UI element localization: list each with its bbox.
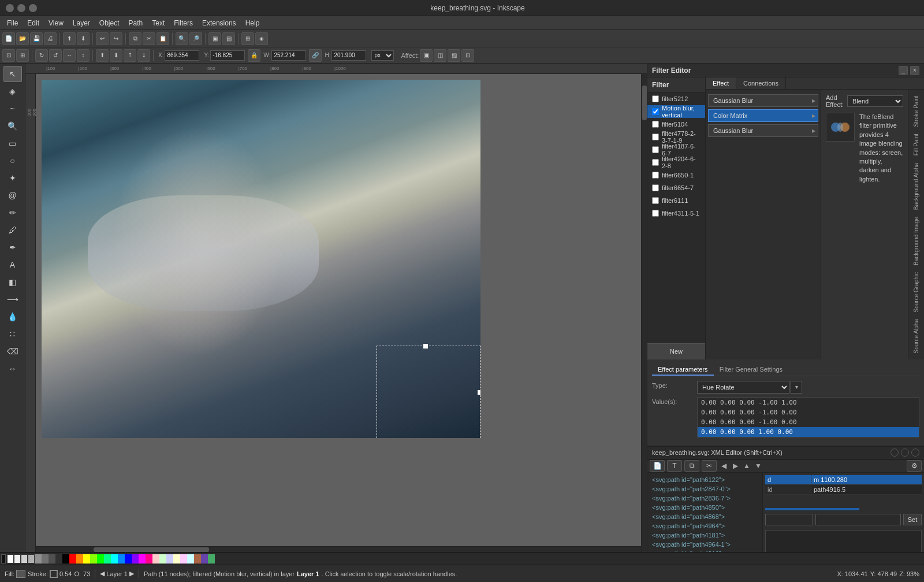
menu-filters[interactable]: Filters bbox=[169, 18, 198, 28]
color-lime[interactable] bbox=[90, 554, 97, 564]
x-input[interactable] bbox=[165, 50, 199, 61]
color-brown[interactable] bbox=[194, 554, 201, 564]
affect-btn1[interactable]: ▣ bbox=[420, 49, 433, 62]
rect-tool[interactable]: ▭ bbox=[3, 135, 22, 151]
color-white[interactable] bbox=[7, 554, 14, 564]
affect-btn4[interactable]: ⊡ bbox=[461, 49, 474, 62]
eraser-tool[interactable]: ⌫ bbox=[3, 343, 22, 359]
attr-table[interactable]: d m 1100.280 id path4916.5 bbox=[765, 475, 922, 507]
color-green[interactable] bbox=[97, 554, 104, 564]
ep-tab-general[interactable]: Filter General Settings bbox=[714, 364, 788, 376]
menu-view[interactable]: View bbox=[44, 18, 68, 28]
xml-duplicate-btn[interactable]: ⧉ bbox=[684, 460, 699, 472]
color-lightgreen[interactable] bbox=[159, 554, 166, 564]
values-row-3[interactable]: 0.00 0.00 0.00 1.00 0.00 bbox=[698, 427, 919, 437]
xml-settings-btn[interactable]: ⚙ bbox=[907, 460, 922, 472]
color-lightmagenta[interactable] bbox=[180, 554, 187, 564]
filter-item-6111[interactable]: filter6111 bbox=[647, 194, 705, 207]
stroke-swatch[interactable] bbox=[50, 570, 58, 578]
menu-help[interactable]: Help bbox=[241, 18, 264, 28]
filter-item-4311[interactable]: filter4311-5-1 bbox=[647, 207, 705, 220]
xml-editor-btn3[interactable] bbox=[911, 448, 919, 457]
attr-value-input[interactable] bbox=[815, 514, 901, 525]
ungroup-btn[interactable]: ▤ bbox=[222, 32, 235, 45]
flip-v-btn[interactable]: ↕ bbox=[77, 49, 90, 62]
filter-checkbox-motion-blur[interactable] bbox=[652, 108, 659, 115]
attr-row-d[interactable]: d m 1100.280 bbox=[765, 475, 922, 485]
vtab-stroke-paint[interactable]: Stroke Paint bbox=[911, 92, 922, 130]
open-btn[interactable]: 📂 bbox=[16, 32, 29, 45]
zoom-tool[interactable]: 🔍 bbox=[3, 118, 22, 134]
vtab-fill-paint[interactable]: Fill Paint bbox=[911, 130, 922, 159]
layer-indicator[interactable]: ◀ Layer 1 ▶ bbox=[100, 570, 134, 577]
gradient-tool[interactable]: ◧ bbox=[3, 274, 22, 290]
color-lightgray[interactable] bbox=[14, 554, 21, 564]
menu-text[interactable]: Text bbox=[147, 18, 169, 28]
cut-btn[interactable]: ✂ bbox=[143, 32, 155, 45]
xml-nav-prev[interactable]: ◀ bbox=[719, 460, 728, 472]
save-btn[interactable]: 💾 bbox=[30, 32, 43, 45]
align-btn[interactable]: ⊞ bbox=[241, 32, 254, 45]
ep-tab-params[interactable]: Effect parameters bbox=[652, 364, 714, 376]
values-grid[interactable]: 0.00 0.00 0.00 -1.00 1.00 0.00 0.00 0.00… bbox=[697, 397, 919, 438]
color-magenta[interactable] bbox=[139, 554, 146, 564]
tab-connections[interactable]: Connections bbox=[736, 77, 786, 89]
color-yellow[interactable] bbox=[83, 554, 90, 564]
paste-btn[interactable]: 📋 bbox=[157, 32, 169, 45]
filter-item-4204[interactable]: filter4204-6-2-8 bbox=[647, 156, 705, 169]
color-teal[interactable] bbox=[208, 554, 215, 564]
filter-checkbox-5212[interactable] bbox=[652, 95, 659, 102]
new-btn[interactable]: 📄 bbox=[2, 32, 15, 45]
menu-object[interactable]: Object bbox=[95, 18, 124, 28]
xml-node-2847[interactable]: <svg:path id="path2847-0"> bbox=[650, 484, 760, 494]
effect-node-gaussian-1[interactable]: Gaussian Blur bbox=[708, 94, 818, 107]
type-dropdown-arrow[interactable]: ▾ bbox=[791, 381, 802, 394]
xml-delete-btn[interactable]: ✂ bbox=[702, 460, 717, 472]
attr-name-input[interactable] bbox=[765, 514, 813, 525]
bottom-btn[interactable]: ⤓ bbox=[137, 49, 150, 62]
xml-node-4964-1[interactable]: <svg:path id="path4964-1"> bbox=[650, 540, 760, 549]
color-lightblue[interactable] bbox=[166, 554, 173, 564]
calligraphy-tool[interactable]: ✒ bbox=[3, 239, 22, 255]
zoom-out-btn[interactable]: 🔎 bbox=[189, 32, 202, 45]
y-input[interactable] bbox=[210, 50, 245, 61]
vtab-source-graphic[interactable]: Source Graphic bbox=[911, 269, 922, 316]
fill-swatch[interactable] bbox=[16, 570, 25, 578]
values-row-2[interactable]: 0.00 0.00 0.00 -1.00 0.00 bbox=[698, 417, 919, 427]
filter-editor-close[interactable]: × bbox=[910, 66, 919, 75]
xml-node-4868[interactable]: <svg:path id="path4868"> bbox=[650, 512, 760, 521]
lock-wh-btn[interactable]: 🔗 bbox=[309, 49, 322, 62]
menu-edit[interactable]: Edit bbox=[23, 18, 44, 28]
xml-new-text-btn[interactable]: T bbox=[667, 460, 682, 472]
unit-select[interactable]: px mm cm bbox=[371, 50, 394, 61]
color-gray6[interactable] bbox=[55, 554, 62, 564]
effect-node-color-matrix[interactable]: Color Matrix bbox=[708, 109, 818, 122]
xml-editor-btn2[interactable] bbox=[901, 448, 909, 457]
h-input[interactable] bbox=[331, 50, 366, 61]
text-tool[interactable]: A bbox=[3, 257, 22, 273]
hscrollbar[interactable] bbox=[36, 546, 641, 552]
select-tool[interactable]: ↖ bbox=[3, 66, 22, 82]
top-btn[interactable]: ⤒ bbox=[124, 49, 136, 62]
dropper-tool[interactable]: 💧 bbox=[3, 309, 22, 325]
values-row-1[interactable]: 0.00 0.00 0.00 -1.00 0.00 bbox=[698, 407, 919, 417]
affect-btn3[interactable]: ▧ bbox=[448, 49, 460, 62]
attr-set-button[interactable]: Set bbox=[903, 514, 922, 525]
tab-effect[interactable]: Effect bbox=[706, 77, 736, 89]
nodes-btn[interactable]: ◈ bbox=[255, 32, 268, 45]
color-gray4[interactable] bbox=[42, 554, 49, 564]
filter-checkbox-6654[interactable] bbox=[652, 184, 659, 191]
select-all-btn[interactable]: ⊡ bbox=[2, 49, 15, 62]
filter-checkbox-5104[interactable] bbox=[652, 121, 659, 128]
xml-node-2836[interactable]: <svg:path id="path2836-7"> bbox=[650, 494, 760, 503]
color-cyan[interactable] bbox=[111, 554, 118, 564]
color-blue1[interactable] bbox=[118, 554, 125, 564]
color-blue[interactable] bbox=[125, 554, 132, 564]
menu-file[interactable]: File bbox=[2, 18, 23, 28]
color-mint[interactable] bbox=[104, 554, 111, 564]
color-pink[interactable] bbox=[146, 554, 152, 564]
values-row-0[interactable]: 0.00 0.00 0.00 -1.00 1.00 bbox=[698, 398, 919, 407]
color-lightpink[interactable] bbox=[152, 554, 159, 564]
canvas-content[interactable] bbox=[36, 74, 647, 552]
xml-nav-next[interactable]: ▶ bbox=[731, 460, 740, 472]
